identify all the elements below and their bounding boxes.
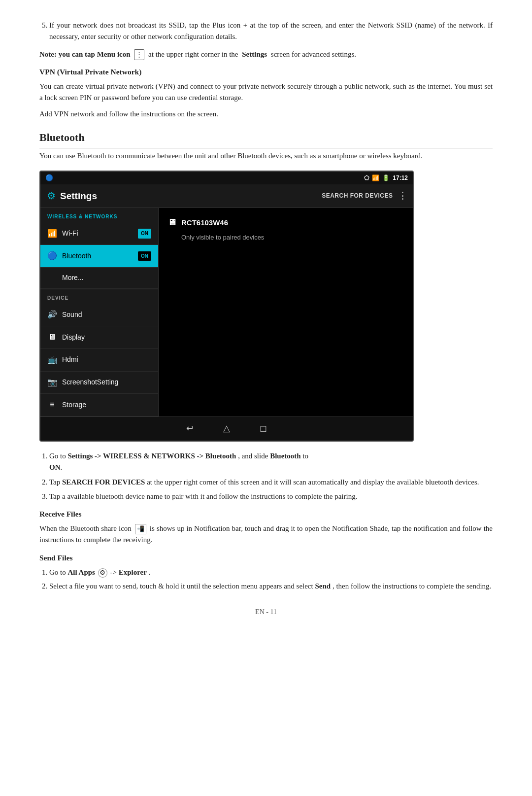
device-visible-text: Only visible to paired devices xyxy=(181,233,404,242)
display-label: Display xyxy=(62,332,151,343)
device-name-row: 🖥 RCT6103W46 xyxy=(167,216,404,230)
instruction-1-before: Go to xyxy=(49,452,68,460)
instruction-1-period: . xyxy=(61,463,63,471)
note-paragraph: Note: you can tap Menu icon ⋮ at the upp… xyxy=(39,49,493,60)
screenshot-icon: 📷 xyxy=(47,377,57,389)
settings-content: WIRELESS & NETWORKS 📶 Wi-Fi ON 🔵 Bluetoo… xyxy=(40,208,413,416)
app-bar: ⚙ Settings SEARCH FOR DEVICES ⋮ xyxy=(40,184,413,208)
wifi-settings-item[interactable]: 📶 Wi-Fi ON xyxy=(40,223,158,245)
receive-files-para: When the Bluetooth share icon 📲 is shows… xyxy=(39,523,493,546)
instruction-2-after: at the upper right corner of this screen… xyxy=(147,478,479,486)
settings-left-panel: WIRELESS & NETWORKS 📶 Wi-Fi ON 🔵 Bluetoo… xyxy=(40,208,159,416)
instruction-1-after: , and slide xyxy=(238,452,270,460)
vpn-para2: Add VPN network and follow the instructi… xyxy=(39,108,493,120)
instruction-1-bold1: Settings -> WIRELESS & NETWORKS -> Bluet… xyxy=(68,452,236,460)
instruction-3-text: Tap a available bluetooth device name to… xyxy=(49,492,357,500)
page-footer: EN - 11 xyxy=(39,607,493,618)
receive-files-heading: Receive Files xyxy=(39,508,493,520)
screenshot-settings-item[interactable]: 📷 ScreenshotSetting xyxy=(40,372,158,394)
send-files-item-1: Go to All Apps ⭙ -> Explorer . xyxy=(49,567,493,578)
device-display-icon: 🖥 xyxy=(167,216,176,230)
android-screenshot: 🔵 ⬠ 📶 🔋 17:12 ⚙ Settings SEARCH FOR DEVI… xyxy=(39,171,414,442)
bluetooth-instructions-list: Go to Settings -> WIRELESS & NETWORKS ->… xyxy=(49,450,493,502)
note-menu-icon: ⋮ xyxy=(134,49,144,60)
sf-2-text-after: , then follow the instructions to comple… xyxy=(332,582,491,590)
status-bar-left: 🔵 xyxy=(45,173,53,183)
instruction-1-end: to xyxy=(302,452,308,460)
sf-1-apps-icon: ⭙ xyxy=(98,568,107,578)
intro-numbered-list: If your network does not broadcast its S… xyxy=(49,20,493,43)
instruction-1-on: ON xyxy=(49,463,61,471)
back-button[interactable]: ↩ xyxy=(186,422,194,436)
send-files-list: Go to All Apps ⭙ -> Explorer . Select a … xyxy=(49,567,493,592)
vpn-para1: You can create virtual private network (… xyxy=(39,81,493,104)
intro-item5-text: If your network does not broadcast its S… xyxy=(49,21,493,40)
storage-settings-item[interactable]: ≡ Storage xyxy=(40,394,158,416)
storage-label: Storage xyxy=(62,400,151,411)
send-files-item-2: Select a file you want to send, touch & … xyxy=(49,581,493,592)
sf-1-all-apps: All Apps xyxy=(68,568,95,576)
sound-label: Sound xyxy=(62,310,151,320)
home-button[interactable]: △ xyxy=(223,422,230,436)
status-battery-icon: 🔋 xyxy=(382,173,390,183)
more-settings-item[interactable]: More... xyxy=(40,268,158,289)
receive-files-text-before: When the Bluetooth share icon xyxy=(39,524,132,532)
recent-apps-button[interactable]: ◻ xyxy=(260,422,267,436)
bluetooth-label: Bluetooth xyxy=(62,251,133,262)
instruction-item-2: Tap SEARCH FOR DEVICES at the upper righ… xyxy=(49,477,493,488)
sf-1-period: . xyxy=(149,568,151,576)
note-bold-label: Note: you can tap Menu icon xyxy=(39,50,131,58)
status-bar-right: ⬠ 📶 🔋 17:12 xyxy=(364,173,408,183)
instruction-1-bold2: Bluetooth xyxy=(270,452,301,460)
wifi-on-badge: ON xyxy=(138,229,151,239)
device-section-label: DEVICE xyxy=(40,289,158,304)
sf-2-text-before: Select a file you want to send, touch & … xyxy=(49,582,315,590)
hdmi-settings-item[interactable]: 📺 Hdmi xyxy=(40,349,158,372)
status-bt-icon: 🔵 xyxy=(45,173,53,183)
instruction-item-1: Go to Settings -> WIRELESS & NETWORKS ->… xyxy=(49,450,493,474)
status-time: 17:12 xyxy=(393,173,408,183)
app-bar-title: Settings xyxy=(60,189,97,203)
page-number: EN - 11 xyxy=(255,608,277,616)
note-settings-word: Settings xyxy=(242,50,267,58)
app-bar-right: SEARCH FOR DEVICES ⋮ xyxy=(322,189,407,203)
vpn-heading: VPN (Virtual Private Network) xyxy=(39,66,493,78)
instruction-2-before: Tap xyxy=(49,478,62,486)
receive-files-icon: 📲 xyxy=(135,524,146,534)
bluetooth-icon: 🔵 xyxy=(47,250,57,262)
wifi-icon: 📶 xyxy=(47,228,57,240)
bluetooth-on-badge: ON xyxy=(138,251,151,261)
settings-right-panel: 🖥 RCT6103W46 Only visible to paired devi… xyxy=(159,208,413,416)
instruction-2-bold: SEARCH FOR DEVICES xyxy=(62,478,145,486)
note-text-after: at the upper right corner in the xyxy=(148,50,238,58)
display-icon: 🖥 xyxy=(47,331,57,344)
status-wifi-icon: 📶 xyxy=(372,173,379,183)
hdmi-label: Hdmi xyxy=(62,354,151,365)
status-bt-symbol: ⬠ xyxy=(364,173,369,183)
sound-icon: 🔊 xyxy=(47,309,57,321)
intro-list-item-5: If your network does not broadcast its S… xyxy=(49,20,493,43)
app-bar-left: ⚙ Settings xyxy=(46,188,97,204)
sf-1-go-to: Go to xyxy=(49,568,68,576)
display-settings-item[interactable]: 🖥 Display xyxy=(40,326,158,349)
screenshot-label: ScreenshotSetting xyxy=(62,377,151,388)
bluetooth-intro: You can use Bluetooth to communicate bet… xyxy=(39,150,493,162)
instruction-item-3: Tap a available bluetooth device name to… xyxy=(49,491,493,502)
sound-settings-item[interactable]: 🔊 Sound xyxy=(40,304,158,326)
bluetooth-settings-item[interactable]: 🔵 Bluetooth ON xyxy=(40,245,158,268)
sf-2-send: Send xyxy=(315,582,331,590)
status-bar: 🔵 ⬠ 📶 🔋 17:12 xyxy=(40,172,413,184)
bluetooth-section-heading: Bluetooth xyxy=(39,129,493,148)
sf-1-explorer: Explorer xyxy=(119,568,147,576)
device-name-text: RCT6103W46 xyxy=(181,217,228,228)
storage-icon: ≡ xyxy=(47,399,57,411)
sf-1-arrow: -> xyxy=(110,568,118,576)
more-menu-icon[interactable]: ⋮ xyxy=(398,189,407,203)
settings-gear-icon: ⚙ xyxy=(46,188,56,204)
search-for-devices-label[interactable]: SEARCH FOR DEVICES xyxy=(322,191,393,201)
wireless-networks-label: WIRELESS & NETWORKS xyxy=(40,208,158,223)
nav-bar: ↩ △ ◻ xyxy=(40,416,413,441)
wifi-label: Wi-Fi xyxy=(62,228,133,239)
more-label: More... xyxy=(62,273,151,283)
hdmi-icon: 📺 xyxy=(47,354,57,366)
